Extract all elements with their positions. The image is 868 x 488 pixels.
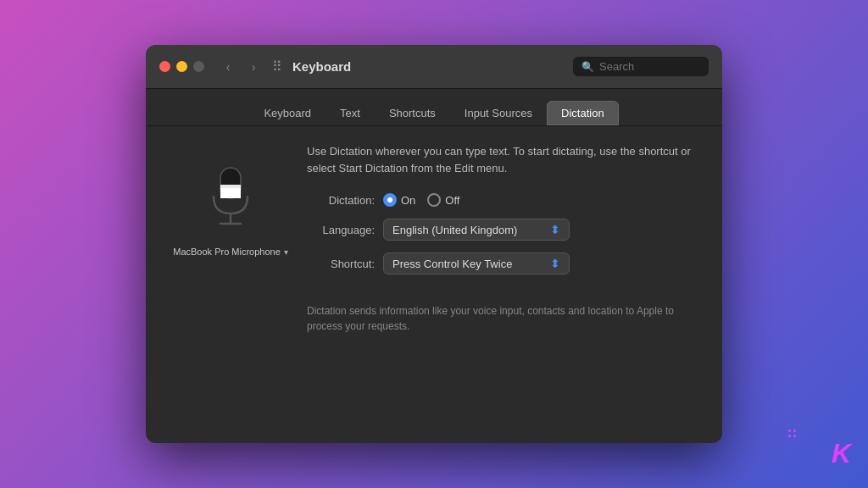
right-panel: Use Dictation wherever you can type text… <box>307 143 697 426</box>
tab-keyboard[interactable]: Keyboard <box>249 101 326 125</box>
dictation-label: Dictation: <box>307 194 375 207</box>
forward-button[interactable]: › <box>243 57 264 77</box>
tab-input-sources[interactable]: Input Sources <box>450 101 547 125</box>
language-value: English (United Kingdom) <box>392 224 517 236</box>
shortcut-dropdown-arrow-icon: ⬍ <box>550 257 560 270</box>
back-button[interactable]: ‹ <box>218 57 238 77</box>
microphone-selector[interactable]: MacBook Pro Microphone ▾ <box>173 247 288 257</box>
dropdown-arrow-icon: ⬍ <box>550 223 560 236</box>
microphone-name: MacBook Pro Microphone <box>173 247 281 257</box>
traffic-lights <box>159 61 204 72</box>
language-label: Language: <box>307 224 375 236</box>
language-row: Language: English (United Kingdom) ⬍ <box>307 219 697 241</box>
chevron-down-icon: ▾ <box>284 247 288 257</box>
left-panel: MacBook Pro Microphone ▾ <box>171 143 290 426</box>
close-button[interactable] <box>159 61 170 72</box>
shortcut-dropdown[interactable]: Press Control Key Twice ⬍ <box>383 252 570 274</box>
tab-dictation[interactable]: Dictation <box>547 101 619 125</box>
maximize-button[interactable] <box>193 61 204 72</box>
shortcut-value: Press Control Key Twice <box>392 258 512 270</box>
content-area: MacBook Pro Microphone ▾ Use Dictation w… <box>146 126 722 443</box>
radio-on-label: On <box>401 194 415 207</box>
minimize-button[interactable] <box>176 61 187 72</box>
radio-off-label: Off <box>445 194 459 207</box>
footer-note: Dictation sends information like your vo… <box>307 303 697 334</box>
shortcut-label: Shortcut: <box>307 258 375 270</box>
tabs-bar: Keyboard Text Shortcuts Input Sources Di… <box>146 89 722 126</box>
title-bar: ‹ › ⠿ Keyboard 🔍 <box>146 45 722 89</box>
svg-rect-2 <box>220 188 241 198</box>
tab-shortcuts[interactable]: Shortcuts <box>375 101 450 125</box>
dictation-row: Dictation: On Off <box>307 193 697 207</box>
dictation-radio-group: On Off <box>383 193 459 207</box>
search-box[interactable]: 🔍 <box>573 57 709 76</box>
brand-k-logo: K <box>832 438 851 469</box>
search-icon: 🔍 <box>581 61 594 73</box>
nav-buttons: ‹ › <box>218 57 264 77</box>
grid-icon[interactable]: ⠿ <box>272 58 282 75</box>
dictation-on-option[interactable]: On <box>383 193 415 207</box>
microphone-icon <box>201 160 260 236</box>
search-input[interactable] <box>599 60 700 73</box>
window-title: Keyboard <box>292 59 573 74</box>
brand-dots <box>788 430 798 437</box>
language-dropdown[interactable]: English (United Kingdom) ⬍ <box>383 219 570 241</box>
keyboard-preferences-window: ‹ › ⠿ Keyboard 🔍 Keyboard Text Shortcuts… <box>146 45 722 443</box>
shortcut-row: Shortcut: Press Control Key Twice ⬍ <box>307 252 697 274</box>
dictation-off-option[interactable]: Off <box>427 193 459 207</box>
radio-off-circle[interactable] <box>427 193 441 207</box>
radio-on-circle[interactable] <box>383 193 397 207</box>
tab-text[interactable]: Text <box>326 101 375 125</box>
description-text: Use Dictation wherever you can type text… <box>307 143 697 176</box>
